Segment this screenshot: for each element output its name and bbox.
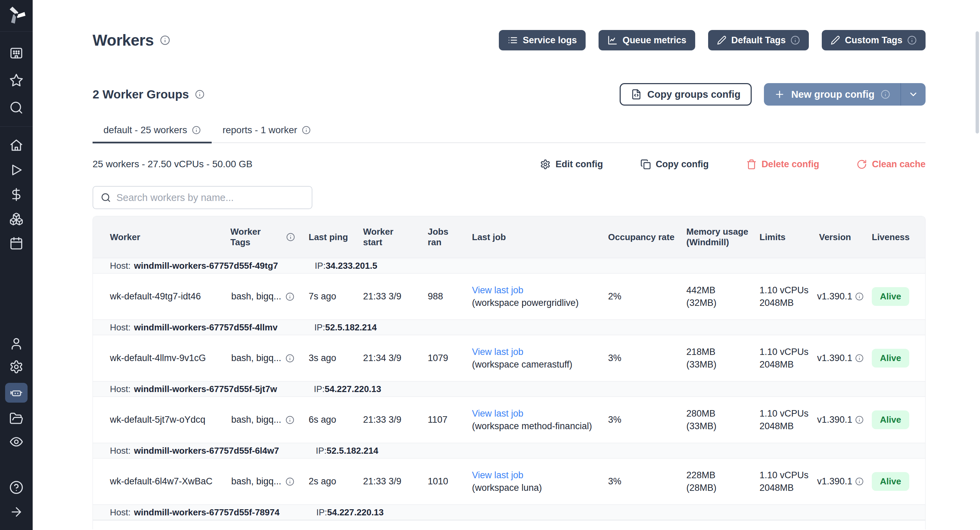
info-icon[interactable] [881,89,890,99]
clean-cache-button[interactable]: Clean cache [856,159,926,170]
worker-name: wk-default-49tg7-idt46 [93,273,221,319]
resources-boxes-icon[interactable] [9,212,24,226]
col-liveness: Liveness [866,216,925,258]
last-ping: 6s ago [300,397,354,443]
host-ip: 54.227.220.13 [327,507,383,517]
worker-row: wk-default-6l4w7-XwBaC bash, bigq... 2s … [93,458,925,504]
clean-cache-label: Clean cache [872,159,926,170]
col-worker: Worker [93,216,221,258]
info-icon[interactable] [285,354,294,363]
tab-default[interactable]: default - 25 workers [92,121,212,142]
info-icon[interactable] [855,415,864,424]
info-icon[interactable] [285,415,294,425]
schedules-calendar-icon[interactable] [9,236,24,251]
limit-memory: 2048MB [759,420,809,432]
queue-metrics-button[interactable]: Queue metrics [598,30,695,50]
help-icon[interactable] [9,480,24,495]
host-row: Host: windmill-workers-67757d55f-6l4w7 I… [93,443,925,458]
worker-row [93,520,925,529]
queue-metrics-label: Queue metrics [622,35,686,46]
edit-config-button[interactable]: Edit config [540,159,603,170]
info-icon[interactable] [302,126,311,134]
worker-tags: bash, bigq... [231,413,281,426]
host-row: Host: windmill-workers-67757d55f-78974 I… [93,504,925,520]
limit-cpu: 1.10 vCPUs [759,407,809,420]
new-group-config-label: New group config [791,89,875,100]
view-last-job-link[interactable]: View last job [472,469,598,481]
settings-gear-icon[interactable] [9,360,24,374]
group-summary: 25 workers - 27.50 vCPUs - 50.00 GB [92,159,253,170]
info-icon[interactable] [285,477,294,486]
search-input[interactable] [116,192,304,203]
view-last-job-link[interactable]: View last job [472,407,598,420]
info-icon[interactable] [160,35,170,45]
custom-tags-button[interactable]: Custom Tags [822,30,926,50]
worker-row: wk-default-5jt7w-oYdcq bash, bigq... 6s … [93,397,925,443]
copy-groups-config-button[interactable]: Copy groups config [620,83,752,105]
limit-cpu: 1.10 vCPUs [759,469,809,481]
delete-config-label: Delete config [762,159,819,170]
limit-memory: 2048MB [759,482,809,494]
users-icon[interactable] [9,337,24,351]
copy-groups-config-label: Copy groups config [647,89,740,100]
folders-icon[interactable] [9,412,24,426]
default-tags-label: Default Tags [731,35,786,46]
info-icon[interactable] [286,233,295,241]
info-icon[interactable] [285,292,294,301]
audit-eye-icon[interactable] [9,435,24,449]
liveness-badge: Alive [872,287,909,306]
table-header-row: Worker Worker Tags Last ping Worker star… [93,216,925,258]
tab-reports[interactable]: reports - 1 worker [212,121,321,142]
memory-usage: 228MB [686,469,749,481]
memory-usage: 442MB [686,284,749,296]
windmill-logo-icon[interactable] [7,5,26,24]
chevron-down-icon[interactable] [901,83,926,105]
vertical-scrollbar[interactable] [975,31,979,134]
worker-start: 21:34 3/9 [354,335,419,381]
worker-group-tabs: default - 25 workers reports - 1 worker [92,121,926,143]
custom-tags-label: Custom Tags [845,35,902,46]
jobs-ran: 1010 [419,458,463,504]
col-limits: Limits [754,216,814,258]
sidebar-item-workers[interactable] [5,383,27,402]
info-icon[interactable] [855,292,864,301]
info-icon[interactable] [195,89,205,99]
info-icon[interactable] [855,354,864,362]
workspace-icon[interactable] [9,46,24,60]
runs-play-icon[interactable] [9,163,24,177]
info-icon[interactable] [791,35,800,45]
jobs-ran: 988 [419,273,463,319]
host-row: Host: windmill-workers-67757d55f-4llmv I… [93,319,925,335]
view-last-job-link[interactable]: View last job [472,284,598,296]
delete-config-button[interactable]: Delete config [746,159,819,170]
version: v1.390.1 [817,290,853,302]
worker-tags: bash, bigq... [231,475,281,487]
last-job-workspace: (workspace powergridlive) [472,297,598,309]
last-ping: 3s ago [300,335,354,381]
favorites-star-icon[interactable] [9,73,24,88]
host-name: windmill-workers-67757d55f-49tg7 [134,260,278,271]
version: v1.390.1 [817,413,853,426]
info-icon[interactable] [907,35,917,45]
info-icon[interactable] [192,126,201,134]
expand-arrow-icon[interactable] [9,505,24,519]
copy-config-button[interactable]: Copy config [640,159,709,170]
info-icon[interactable] [855,477,864,486]
host-ip: 34.233.201.5 [326,260,377,271]
sidebar [0,0,33,530]
ip-prefix: IP: [316,507,327,517]
default-tags-button[interactable]: Default Tags [708,30,809,50]
home-icon[interactable] [9,138,24,153]
host-ip: 52.5.182.214 [325,322,377,332]
search-icon[interactable] [9,101,24,115]
ip-prefix: IP: [314,322,325,332]
new-group-config-button[interactable]: New group config [764,83,926,105]
view-last-job-link[interactable]: View last job [472,346,598,358]
memory-usage: 218MB [686,346,749,358]
host-ip: 54.227.220.13 [325,384,381,394]
col-last-job: Last job [463,216,603,258]
service-logs-button[interactable]: Service logs [499,30,585,50]
worker-start: 21:33 3/9 [354,458,419,504]
variables-dollar-icon[interactable] [9,187,24,202]
last-job-workspace: (workspace method-financial) [472,420,598,432]
